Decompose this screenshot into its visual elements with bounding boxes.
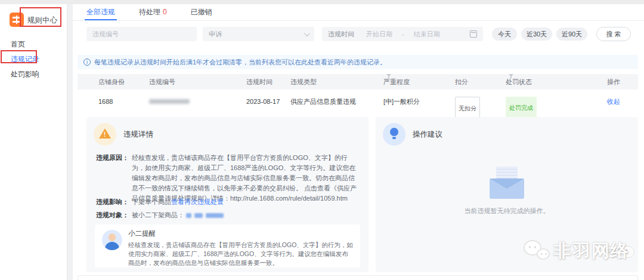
target-text: 被小二下架商品： — [132, 211, 184, 219]
chat-bubble-small-icon — [537, 248, 550, 260]
sidebar-item-home[interactable]: 首页 — [11, 39, 25, 50]
redacted-product-link — [206, 213, 224, 218]
empty-state-text: 当前违规暂无待完成的操作。 — [376, 207, 638, 216]
violation-time-label: 违规时间 — [328, 30, 354, 39]
violation-target-text: 被小二下架商品： — [132, 210, 227, 220]
violation-time-range: 违规时间 开始日期 - 结束日期 — [322, 27, 483, 41]
rules-center-title: 规则中心 — [27, 16, 57, 26]
violation-impact-label: 违规影响： — [96, 197, 132, 207]
tab-all-violations-label: 全部违规 — [86, 8, 115, 16]
staff-reminder-card: 小二提醒 经核查发现，贵店铺该商品存在【冒用平台官方资质的LOGO、文字】的行为… — [95, 224, 360, 267]
header-deduction: 扣分 — [455, 74, 468, 90]
header-penalty-status-label: 处罚状态 — [506, 74, 532, 90]
top-strip — [0, 0, 644, 4]
warning-icon — [94, 123, 116, 146]
watermark-brand-text: 非羽网络 — [553, 239, 630, 263]
appeal-select-value: 申诉 — [209, 30, 222, 39]
cell-violation-number-redacted — [149, 99, 190, 104]
cell-violation-type: 供应产品信息质量违规 — [290, 91, 356, 112]
violation-detail-title: 违规详情 — [123, 130, 153, 140]
quick-filter-30days-button[interactable]: 近30天 — [521, 27, 552, 41]
sidebar-divider — [67, 4, 73, 280]
appeal-select[interactable]: 申诉 — [203, 27, 314, 41]
header-severity-label: 严重程度 — [383, 74, 410, 90]
tab-revoked-label: 已撤销 — [191, 8, 212, 16]
watermark: 问题反馈 非羽网络 — [522, 232, 644, 269]
impact-text: 下架单个商品 — [132, 198, 171, 205]
violation-target-label: 违规对象： — [96, 210, 132, 220]
sidebar-item-penalty-impact[interactable]: 处罚影响 — [11, 69, 39, 79]
calendar-icon[interactable] — [470, 30, 477, 38]
violation-number-input[interactable] — [86, 27, 197, 41]
table-header-row: 店铺身份 违规编号 违规时间 违规类型 严重程度 扣分 处罚状态 操作 — [78, 74, 638, 90]
collapse-row-link[interactable]: 收起 — [607, 91, 620, 112]
sidebar: 规则中心 首页 违规记录 处罚影响 — [0, 4, 67, 280]
violation-reason-label: 违规原因： — [96, 153, 132, 204]
violation-impact-text: 下架单个商品查看再次违规处置 — [132, 197, 224, 207]
tab-bar: 全部违规 待处理0 已撤销 — [73, 4, 644, 21]
sidebar-item-violation-records[interactable]: 违规记录 — [11, 54, 39, 64]
header-violation-time: 违规时间 — [246, 74, 273, 90]
empty-mail-icon — [490, 174, 524, 199]
cell-shop-identity: 1688 — [98, 91, 113, 112]
tab-revoked[interactable]: 已撤销 — [191, 4, 212, 20]
violation-impact-row: 违规影响： 下架单个商品查看再次违规处置 — [96, 197, 360, 207]
cell-severity: [中]一般积分 — [383, 91, 420, 112]
lightbulb-icon — [383, 123, 405, 146]
staff-reminder-text: 经核查发现，贵店铺该商品存在【冒用平台官方资质的LOGO、文字】的行为，如使用实… — [128, 241, 353, 267]
search-button[interactable]: 搜 索 — [596, 27, 631, 41]
page: 规则中心 首页 违规记录 处罚影响 全部违规 待处理0 已撤销 申诉 违规时间 … — [0, 0, 644, 280]
info-icon — [83, 59, 91, 66]
penalty-status-badge: 处罚完成 — [506, 97, 537, 119]
chevron-down-icon — [304, 30, 310, 36]
notice-text: 每笔违规记录从违规时间开始后满1年才会过期清零，当前列表您可以在此处查看近两年的… — [94, 58, 386, 67]
operation-suggestion-title: 操作建议 — [413, 130, 442, 140]
table-row: 1688 2023-08-17 供应产品信息质量违规 [中]一般积分 无扣分 处… — [78, 91, 638, 112]
violation-target-row: 违规对象： 被小二下架商品： — [96, 210, 360, 220]
header-violation-number: 违规编号 — [149, 74, 175, 90]
staff-avatar — [102, 230, 122, 250]
cell-violation-time: 2023-08-17 — [246, 91, 280, 112]
quick-filter-today-button[interactable]: 今天 — [492, 27, 517, 41]
redacted-product-link — [194, 213, 203, 218]
violation-reason-text: 经核查发现，贵店铺该商品存在【冒用平台官方资质的LOGO、文字】的行为，如使用实… — [132, 153, 360, 204]
repeat-violation-link[interactable]: 查看再次违规处置 — [171, 198, 224, 205]
tab-all-violations[interactable]: 全部违规 — [86, 4, 115, 20]
tab-pending-label: 待处理 — [139, 8, 160, 16]
notice-banner: 每笔违规记录从违规时间开始后满1年才会过期清零，当前列表您可以在此处查看近两年的… — [78, 55, 638, 69]
header-shop-identity: 店铺身份 — [98, 74, 125, 90]
redacted-product-link — [186, 213, 191, 218]
date-range-separator: - — [402, 30, 404, 38]
staff-reminder-title: 小二提醒 — [128, 229, 353, 238]
header-actions: 操作 — [607, 74, 620, 90]
quick-filter-90days-button[interactable]: 近90天 — [556, 27, 587, 41]
violation-detail-card: 违规详情 违规原因： 经核查发现，贵店铺该商品存在【冒用平台官方资质的LOGO、… — [86, 117, 369, 272]
pending-count-badge: 0 — [163, 8, 167, 16]
violation-reason-row: 违规原因： 经核查发现，贵店铺该商品存在【冒用平台官方资质的LOGO、文字】的行… — [96, 153, 360, 204]
header-violation-type: 违规类型 — [290, 74, 317, 90]
rules-center-logo-icon — [10, 13, 24, 27]
tab-pending[interactable]: 待处理0 — [139, 4, 167, 20]
start-date-field[interactable]: 开始日期 — [366, 30, 392, 39]
next-record-card-edge — [78, 275, 638, 280]
end-date-field[interactable]: 结束日期 — [414, 30, 440, 39]
